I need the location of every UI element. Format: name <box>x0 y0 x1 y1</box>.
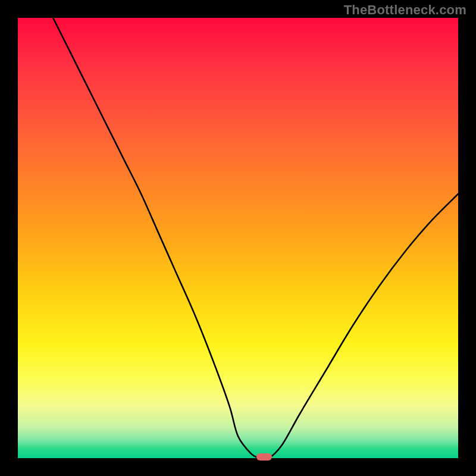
watermark-text: TheBottleneck.com <box>344 2 466 18</box>
optimal-marker <box>256 453 272 461</box>
bottleneck-curve <box>18 18 458 458</box>
plot-area <box>18 18 458 458</box>
chart-frame: TheBottleneck.com <box>0 0 476 476</box>
